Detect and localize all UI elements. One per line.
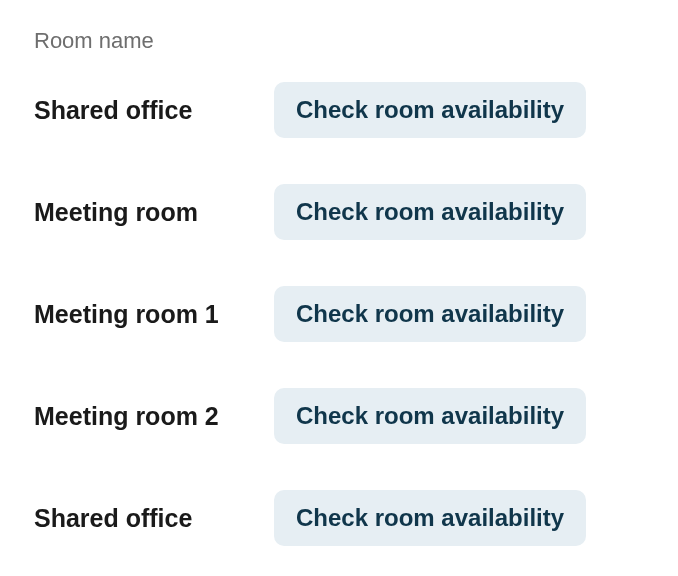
room-name-label: Meeting room	[34, 198, 274, 227]
check-availability-button[interactable]: Check room availability	[274, 286, 586, 342]
room-name-label: Meeting room 2	[34, 402, 274, 431]
room-name-label: Meeting room 1	[34, 300, 274, 329]
room-row: Meeting room 1 Check room availability	[34, 286, 644, 342]
room-row: Meeting room 2 Check room availability	[34, 388, 644, 444]
check-availability-button[interactable]: Check room availability	[274, 490, 586, 546]
column-header-room-name: Room name	[34, 28, 644, 54]
room-row: Meeting room Check room availability	[34, 184, 644, 240]
check-availability-button[interactable]: Check room availability	[274, 184, 586, 240]
room-row: Shared office Check room availability	[34, 82, 644, 138]
check-availability-button[interactable]: Check room availability	[274, 82, 586, 138]
room-row: Shared office Check room availability	[34, 490, 644, 546]
check-availability-button[interactable]: Check room availability	[274, 388, 586, 444]
room-name-label: Shared office	[34, 504, 274, 533]
room-list: Shared office Check room availability Me…	[34, 82, 644, 546]
room-name-label: Shared office	[34, 96, 274, 125]
